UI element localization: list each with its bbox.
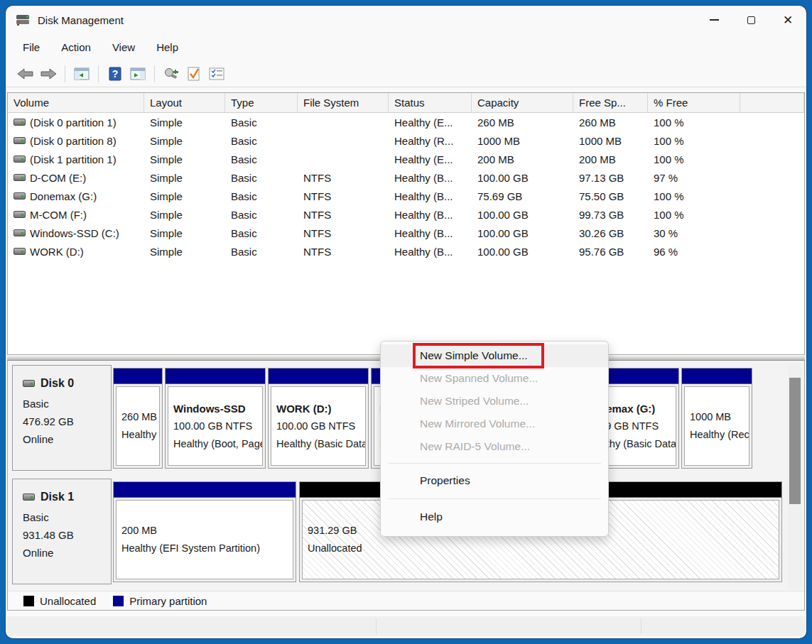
column-header-free-space[interactable]: Free Sp...: [573, 93, 648, 112]
table-cell: Basic: [225, 135, 298, 147]
table-cell: NTFS: [298, 227, 389, 239]
table-cell: Simple: [144, 246, 225, 258]
partition-disk0-efi[interactable]: 260 MB Healthy (EFI System Partition): [113, 368, 163, 469]
check-disk-icon[interactable]: [183, 64, 205, 84]
menu-file[interactable]: File: [21, 39, 41, 55]
help-icon[interactable]: ?: [104, 64, 126, 84]
table-row[interactable]: D-COM (E:)SimpleBasicNTFSHealthy (B...10…: [8, 168, 804, 187]
disk-0-info-panel[interactable]: Disk 0 Basic 476.92 GB Online: [12, 365, 112, 471]
svg-text:?: ?: [112, 68, 119, 80]
partition-windows-ssd[interactable]: Windows-SSD 100.00 GB NTFS Healthy (Boot…: [165, 368, 266, 469]
menu-help[interactable]: Help: [155, 39, 180, 55]
minimize-button[interactable]: [695, 6, 732, 34]
primary-partition-bar: [114, 369, 162, 384]
disk-1-status: Online: [23, 544, 111, 562]
maximize-button[interactable]: [732, 6, 769, 34]
properties-list-icon[interactable]: [205, 64, 228, 84]
partition-disk0-recovery[interactable]: 1000 MB Healthy (Recovery Partition): [681, 368, 752, 469]
volume-table-header: Volume Layout Type File System Status Ca…: [8, 93, 804, 113]
column-header-type[interactable]: Type: [225, 93, 298, 112]
table-cell: 100 %: [648, 135, 740, 147]
menu-action[interactable]: Action: [60, 39, 92, 55]
vertical-scrollbar[interactable]: [788, 364, 802, 589]
legend-unallocated-label: Unallocated: [40, 595, 96, 607]
volume-icon: [13, 248, 26, 255]
show-action-pane-icon[interactable]: [126, 64, 149, 84]
table-row[interactable]: M-COM (F:)SimpleBasicNTFSHealthy (B...10…: [8, 205, 804, 224]
partition-title: Windows-SSD: [173, 400, 257, 417]
table-cell: 99.73 GB: [573, 209, 648, 221]
table-row[interactable]: Windows-SSD (C:)SimpleBasicNTFSHealthy (…: [8, 224, 804, 242]
table-row[interactable]: (Disk 1 partition 1)SimpleBasicHealthy (…: [8, 150, 804, 168]
context-menu-item-new-striped-volume: New Striped Volume...: [381, 390, 608, 413]
menu-view[interactable]: View: [111, 39, 136, 55]
table-row[interactable]: Donemax (G:)SimpleBasicNTFSHealthy (B...…: [8, 187, 804, 205]
partition-status: Healthy (EFI System Partition): [121, 426, 154, 444]
table-cell: Healthy (E...: [389, 153, 472, 165]
rescan-disks-icon[interactable]: [160, 64, 183, 84]
partition-title: WORK (D:): [276, 400, 360, 417]
table-cell: 100.00 GB: [472, 227, 573, 239]
table-cell: 100.00 GB: [472, 209, 573, 221]
table-cell: 260 MB: [472, 116, 573, 129]
context-menu-item-new-simple-volume[interactable]: New Simple Volume...: [381, 344, 608, 367]
table-cell: WORK (D:): [8, 246, 144, 258]
table-cell: 100.00 GB: [472, 246, 573, 258]
context-menu-item-new-spanned-volume: New Spanned Volume...: [381, 367, 608, 390]
context-menu-item-help[interactable]: Help: [381, 503, 608, 530]
table-cell: NTFS: [298, 246, 389, 258]
table-cell: NTFS: [298, 172, 389, 184]
volume-icon: [13, 155, 26, 163]
table-cell: Basic: [225, 116, 298, 129]
forward-icon[interactable]: [37, 64, 60, 84]
menu-separator: [388, 463, 601, 464]
legend-primary-label: Primary partition: [129, 595, 207, 607]
table-cell: 100 %: [648, 153, 740, 165]
disk-0-label: Disk 0: [40, 374, 74, 392]
context-menu-items: New Simple Volume...New Spanned Volume..…: [381, 344, 608, 530]
table-cell: Healthy (E...: [389, 116, 472, 129]
column-header-volume[interactable]: Volume: [8, 93, 144, 112]
table-cell: (Disk 0 partition 1): [8, 116, 144, 129]
table-cell: Simple: [144, 209, 225, 221]
table-row[interactable]: (Disk 0 partition 1)SimpleBasicHealthy (…: [8, 113, 804, 131]
table-cell: Simple: [144, 227, 225, 239]
table-cell: NTFS: [298, 190, 389, 202]
table-cell: 30.26 GB: [573, 227, 648, 239]
volume-icon: [13, 211, 26, 218]
column-header-file-system[interactable]: File System: [298, 93, 389, 112]
page-title: Disk Management: [38, 14, 124, 26]
disk-1-type: Basic: [23, 508, 111, 526]
table-cell: 100 %: [648, 190, 740, 202]
volume-icon: [13, 137, 26, 144]
table-cell: Donemax (G:): [8, 190, 144, 202]
volume-icon: [13, 192, 26, 200]
column-header-capacity[interactable]: Capacity: [472, 93, 573, 112]
unallocated-swatch: [23, 596, 34, 606]
context-menu-item-new-raid-5-volume: New RAID-5 Volume...: [381, 435, 608, 458]
table-row[interactable]: (Disk 0 partition 8)SimpleBasicHealthy (…: [8, 131, 804, 150]
table-row[interactable]: WORK (D:)SimpleBasicNTFSHealthy (B...100…: [8, 242, 804, 261]
disk-1-info-panel[interactable]: Disk 1 Basic 931.48 GB Online: [12, 479, 112, 584]
table-cell: 30 %: [648, 227, 740, 239]
partition-disk1-efi[interactable]: 200 MB Healthy (EFI System Partition): [113, 481, 296, 582]
table-cell: 100 %: [648, 116, 740, 129]
close-button[interactable]: ✕: [769, 6, 806, 34]
column-header-percent-free[interactable]: % Free: [648, 93, 740, 112]
column-header-layout[interactable]: Layout: [144, 93, 225, 112]
table-cell: NTFS: [298, 209, 389, 221]
disk-0-type: Basic: [23, 395, 111, 413]
toolbar: ?: [6, 60, 806, 87]
table-cell: 96 %: [648, 246, 740, 258]
show-console-tree-icon[interactable]: [70, 64, 93, 84]
column-header-status[interactable]: Status: [389, 93, 472, 112]
disk-1-label: Disk 1: [40, 488, 74, 506]
scrollbar-thumb[interactable]: [789, 378, 801, 504]
disk-management-window: Disk Management ✕ File Action View Help …: [6, 6, 806, 638]
back-icon[interactable]: [14, 64, 37, 84]
volume-list: Volume Layout Type File System Status Ca…: [7, 92, 805, 355]
column-header-filler: [740, 93, 804, 112]
volume-table-body: (Disk 0 partition 1)SimpleBasicHealthy (…: [8, 113, 804, 261]
partition-work-d[interactable]: WORK (D:) 100.00 GB NTFS Healthy (Basic …: [268, 368, 369, 469]
context-menu-item-properties[interactable]: Properties: [381, 468, 608, 493]
